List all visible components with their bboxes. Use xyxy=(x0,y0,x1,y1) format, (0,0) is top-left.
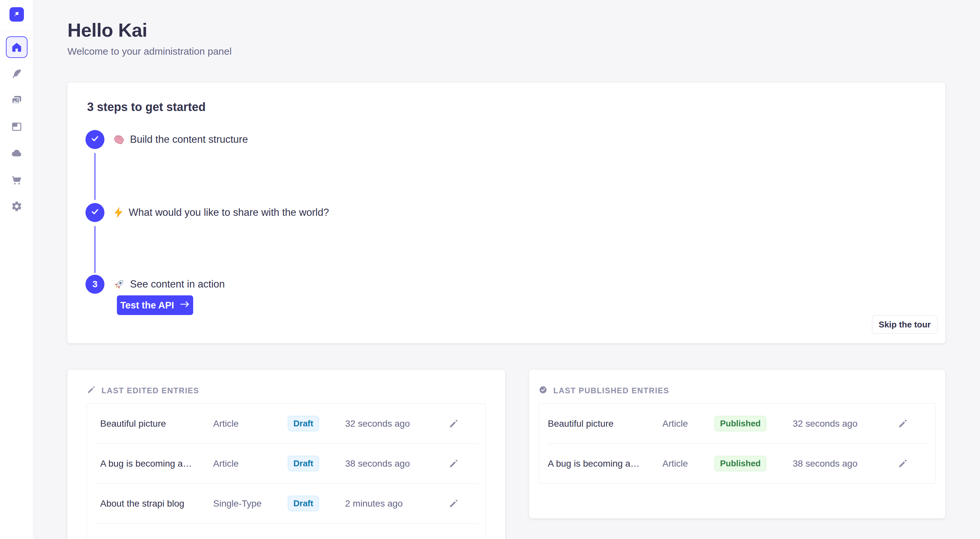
test-api-label: Test the API xyxy=(120,300,174,311)
sidebar-item-settings[interactable] xyxy=(6,196,27,217)
entry-kind: Single-Type xyxy=(213,498,288,509)
check-circle-icon xyxy=(539,385,547,396)
status-badge: Published xyxy=(714,456,766,471)
status-badge: Published xyxy=(714,416,766,431)
last-published-table: Beautiful picture Article Published 32 s… xyxy=(539,404,936,484)
edit-entry-button[interactable] xyxy=(446,496,461,511)
entry-kind: Article xyxy=(662,458,714,469)
cloud-icon xyxy=(11,147,23,159)
strapi-logo[interactable] xyxy=(10,7,24,22)
page-title: Hello Kai xyxy=(67,19,147,41)
step-3-number-circle: 3 xyxy=(86,275,105,294)
page-subtitle: Welcome to your administration panel xyxy=(67,46,231,57)
edit-entry-button[interactable] xyxy=(446,417,461,431)
entry-title: A bug is becoming a… xyxy=(548,458,662,469)
sidebar-item-marketplace[interactable] xyxy=(6,169,27,191)
entry-title: Beautiful picture xyxy=(100,418,213,429)
entry-time: 38 seconds ago xyxy=(345,458,446,469)
test-api-button[interactable]: Test the API xyxy=(117,296,193,315)
sidebar-item-cloud[interactable] xyxy=(6,142,27,164)
sidebar-nav xyxy=(6,37,27,222)
sidebar-item-content-manager[interactable] xyxy=(6,63,27,84)
gear-icon xyxy=(11,200,22,212)
table-row: About the strapi blog Single-Type Draft … xyxy=(87,484,485,523)
last-edited-table: Beautiful picture Article Draft 32 secon… xyxy=(87,404,486,539)
layout-icon xyxy=(11,121,22,133)
last-edited-panel: LAST EDITED ENTRIES Beautiful picture Ar… xyxy=(67,370,505,539)
status-badge: Draft xyxy=(288,496,319,511)
table-row: Beautiful picture Article Published 32 s… xyxy=(539,404,935,444)
edit-entry-button[interactable] xyxy=(446,456,461,471)
entry-kind: Article xyxy=(213,458,288,469)
step-1-text: Build the content structure xyxy=(130,134,248,145)
cart-icon xyxy=(11,174,22,186)
home-icon xyxy=(11,41,22,53)
step-3-text: See content in action xyxy=(130,278,225,290)
entry-time: 38 seconds ago xyxy=(793,458,896,469)
step-2-label: What would you like to share with the wo… xyxy=(113,203,329,222)
sidebar-divider xyxy=(0,31,33,31)
getting-started-title: 3 steps to get started xyxy=(87,100,206,114)
last-published-header: LAST PUBLISHED ENTRIES xyxy=(539,370,936,396)
step-connector xyxy=(94,153,95,200)
entry-time: 2 minutes ago xyxy=(345,498,446,509)
status-badge: Draft xyxy=(288,456,319,471)
table-row: A bug is becoming a… Article Published 3… xyxy=(539,444,935,483)
check-icon xyxy=(90,207,100,219)
sidebar-item-media-library[interactable] xyxy=(6,89,27,111)
edit-entry-button[interactable] xyxy=(896,456,910,471)
check-icon xyxy=(90,134,100,146)
entry-title: About the strapi blog xyxy=(100,498,213,509)
sidebar-item-home[interactable] xyxy=(6,37,27,58)
step-2-text: What would you like to share with the wo… xyxy=(129,207,329,218)
table-row: Beautiful picture Article Draft 32 secon… xyxy=(87,404,485,444)
getting-started-card: 3 steps to get started Build the content… xyxy=(67,83,945,343)
sidebar-item-content-type-builder[interactable] xyxy=(6,116,27,138)
step-3-number: 3 xyxy=(92,279,97,289)
feather-icon xyxy=(11,68,22,79)
step-1-label: Build the content structure xyxy=(113,130,248,149)
step-2-check-circle xyxy=(86,203,105,222)
last-edited-heading: LAST EDITED ENTRIES xyxy=(102,386,199,395)
edit-entry-button[interactable] xyxy=(896,417,910,431)
last-published-panel: LAST PUBLISHED ENTRIES Beautiful picture… xyxy=(529,370,945,518)
brain-emoji xyxy=(113,133,126,146)
entry-time: 32 seconds ago xyxy=(793,418,896,429)
step-1-check-circle xyxy=(86,130,105,149)
lightning-emoji xyxy=(113,206,124,219)
pencil-icon xyxy=(87,385,95,396)
skip-tour-button[interactable]: Skip the tour xyxy=(872,315,937,334)
arrow-right-icon xyxy=(180,300,190,311)
media-library-icon xyxy=(11,94,22,106)
rocket-emoji xyxy=(113,278,126,291)
main-content: Hello Kai Welcome to your administration… xyxy=(33,0,980,539)
row-divider xyxy=(95,523,477,524)
sidebar xyxy=(0,0,33,539)
step-connector xyxy=(94,226,95,273)
entry-kind: Article xyxy=(213,418,288,429)
entry-title: A bug is becoming a… xyxy=(100,458,213,469)
entry-kind: Article xyxy=(662,418,714,429)
strapi-admin-homepage: Hello Kai Welcome to your administration… xyxy=(0,0,980,539)
entry-time: 32 seconds ago xyxy=(345,418,446,429)
table-row: A bug is becoming a… Article Draft 38 se… xyxy=(87,444,485,483)
strapi-logo-icon xyxy=(12,10,21,19)
last-published-heading: LAST PUBLISHED ENTRIES xyxy=(554,386,669,395)
status-badge: Draft xyxy=(288,416,319,431)
last-edited-header: LAST EDITED ENTRIES xyxy=(87,370,486,396)
entry-title: Beautiful picture xyxy=(548,418,662,429)
step-3-label: See content in action xyxy=(113,275,225,294)
